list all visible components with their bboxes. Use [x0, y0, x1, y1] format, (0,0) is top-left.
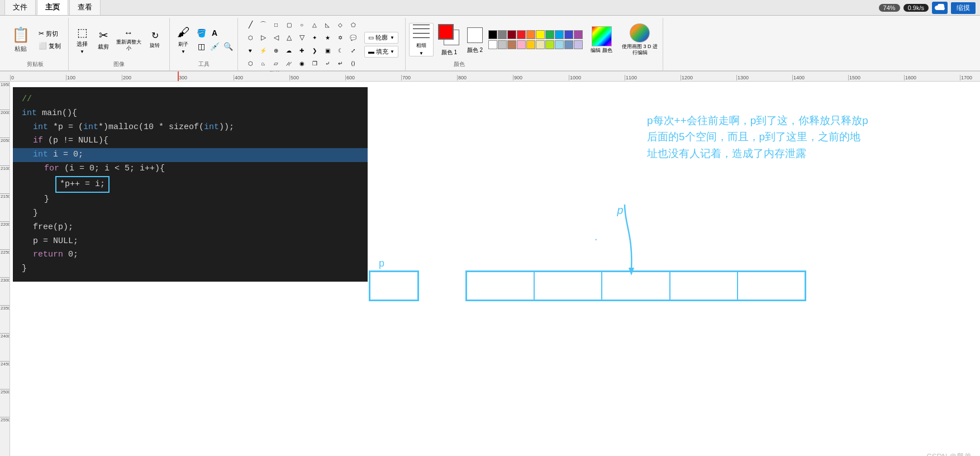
shape-star4[interactable]: ✦ [309, 32, 320, 43]
shape-octagon[interactable]: ⬡ [245, 58, 256, 69]
colors-label: 颜色 [454, 60, 465, 69]
shape-callout[interactable]: 💬 [348, 32, 359, 43]
shrink-button[interactable]: 缩摸 [951, 2, 976, 14]
menu-tab-view[interactable]: 查看 [69, 0, 101, 15]
shape-arrow-l[interactable]: ◁ [270, 32, 282, 43]
fill-dropdown-icon: ▼ [390, 49, 394, 54]
eraser-button[interactable]: ◫ [195, 40, 207, 53]
use-paint3d-button[interactable]: 使用画图 3 D 进行编辑 [620, 23, 659, 56]
shape-cylinder[interactable]: ⌭ [283, 58, 294, 69]
shape-parallelogram[interactable]: ▱ [270, 58, 282, 69]
palette-cell[interactable] [517, 30, 526, 39]
cloud-icon[interactable] [932, 2, 948, 14]
palette-cell[interactable] [507, 40, 516, 49]
fill-button[interactable]: 🪣 [195, 27, 207, 39]
palette-cell[interactable] [545, 40, 554, 49]
shape-arrow-r[interactable]: ▷ [258, 32, 269, 43]
rotate-button[interactable]: ↻ 旋转 [144, 24, 166, 55]
palette-cell[interactable] [564, 40, 573, 49]
menu-tab-file[interactable]: 文件 [4, 0, 36, 15]
code-line-end: } [22, 262, 359, 276]
shape-rtriangle[interactable]: ◺ [322, 19, 333, 30]
shape-arrow-u[interactable]: △ [283, 32, 294, 43]
shape-custom2[interactable]: ❒ [309, 58, 320, 69]
shape-custom1[interactable]: ◉ [296, 58, 307, 69]
outline-dropdown-icon: ▼ [390, 35, 394, 40]
palette-cell[interactable] [526, 40, 535, 49]
color1-selector[interactable]: 颜色 1 [437, 23, 462, 56]
shape-star6[interactable]: ✡ [335, 32, 346, 43]
text-button[interactable]: A [208, 27, 221, 39]
brush-button[interactable]: 🖌 刷子 ▼ [173, 23, 193, 56]
menu-tab-home[interactable]: 主页 [37, 0, 68, 15]
shape-cloud[interactable]: ☁ [283, 45, 294, 56]
palette-cell[interactable] [488, 40, 497, 49]
shape-hex[interactable]: ⬡ [245, 32, 256, 43]
palette-cell[interactable] [555, 30, 564, 39]
shape-line[interactable]: ╱ [245, 19, 256, 30]
code-line-1: int *p = (int*)malloc(10 * sizeof(int)); [22, 121, 359, 135]
scissors-icon: ✂ [39, 30, 44, 37]
shape-roundrect[interactable]: ▢ [283, 19, 294, 30]
picker-button[interactable]: 💉 [208, 40, 221, 53]
edit-color-button[interactable]: 编辑 颜色 [586, 23, 617, 56]
shape-chevron[interactable]: ❯ [309, 45, 320, 56]
shape-star5[interactable]: ★ [322, 32, 333, 43]
shape-heart[interactable]: ♥ [245, 45, 256, 56]
shape-more[interactable]: ⊕ [270, 45, 282, 56]
canvas-area[interactable]: // int main(){ int *p = (int*)malloc(10 … [10, 82, 980, 456]
shape-frame[interactable]: ▣ [322, 45, 333, 56]
fill-dropdown[interactable]: ▬ 填充 ▼ [364, 46, 398, 58]
code-line-7: } [22, 207, 359, 221]
palette-cell[interactable] [574, 40, 583, 49]
zoom-button[interactable]: 🔍 [222, 40, 234, 53]
select-dropdown-icon: ▼ [80, 49, 84, 54]
palette-cell[interactable] [507, 30, 516, 39]
shape-lightning[interactable]: ⚡ [258, 45, 269, 56]
palette-cell[interactable] [545, 30, 554, 39]
palette-cell[interactable] [555, 40, 564, 49]
shape-diamond[interactable]: ◇ [335, 19, 346, 30]
palette-cell[interactable] [536, 30, 545, 39]
shape-custom4[interactable]: ↵ [335, 58, 346, 69]
code-block: // int main(){ int *p = (int*)malloc(10 … [13, 87, 368, 282]
palette-cell[interactable] [488, 30, 497, 39]
shape-ellipse[interactable]: ○ [296, 19, 307, 30]
paste-button[interactable]: 📋 粘贴 [7, 22, 35, 58]
outline-dropdown[interactable]: ▭ 轮廓 ▼ [364, 32, 398, 44]
percent-indicator: 74% [879, 4, 900, 12]
palette-row1 [488, 30, 583, 39]
thickness-button[interactable]: 粗细 ▼ [409, 23, 434, 56]
shape-custom3[interactable]: ⤶ [322, 58, 333, 69]
shape-expand[interactable]: ⤢ [348, 45, 359, 56]
shape-rect[interactable]: □ [270, 19, 282, 30]
color1-swatch [438, 24, 454, 40]
shape-curve[interactable]: ⌒ [258, 19, 269, 30]
shape-trapezoid[interactable]: ⏢ [258, 58, 269, 69]
resize-button[interactable]: ↔ 重新调整大小 [115, 24, 142, 55]
palette-cell[interactable] [498, 40, 507, 49]
shape-crescent[interactable]: ☾ [335, 45, 346, 56]
palette-cell[interactable] [526, 30, 535, 39]
palette-cell[interactable] [564, 30, 573, 39]
color2-selector[interactable]: 颜色 2 [465, 25, 485, 54]
color2-label: 颜色 2 [467, 46, 483, 54]
shape-arrow-d[interactable]: ▽ [296, 32, 307, 43]
horizontal-ruler: 0100200300400500600700800900100011001200… [10, 72, 980, 82]
shape-cross[interactable]: ✚ [296, 45, 307, 56]
tools-section: 🖌 刷子 ▼ 🪣 A ◫ 💉 🔍 工具 [170, 18, 238, 70]
shape-custom5[interactable]: ⟨⟩ [348, 58, 359, 69]
csdn-watermark: CSDN @爬弟 [926, 452, 971, 456]
crop-button[interactable]: ✂ 裁剪 [93, 24, 113, 55]
shape-pentagon[interactable]: ⬠ [348, 19, 359, 30]
annotation-text: p每次++会往前走啊，p到了这，你释放只释放p后面的5个空间，而且，p到了这里，… [647, 112, 870, 162]
palette-cell[interactable] [574, 30, 583, 39]
palette-cell[interactable] [517, 40, 526, 49]
cut-button[interactable]: ✂ 剪切 [36, 28, 64, 40]
use3d-label: 使用画图 3 D 进行编辑 [621, 44, 659, 56]
palette-cell[interactable] [536, 40, 545, 49]
palette-cell[interactable] [498, 30, 507, 39]
copy-button[interactable]: ⬜ 复制 [36, 40, 64, 52]
select-button[interactable]: ⬚ 选择 ▼ [72, 24, 92, 55]
shape-triangle[interactable]: △ [309, 19, 320, 30]
